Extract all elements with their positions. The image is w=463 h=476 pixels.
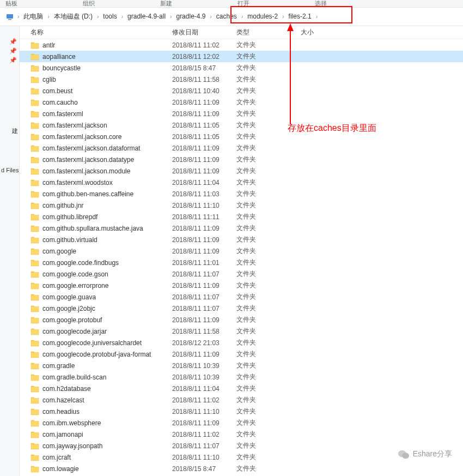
- file-row[interactable]: com.h2database2018/8/11 11:04文件夹: [20, 383, 463, 394]
- column-header-type[interactable]: 类型: [236, 28, 301, 37]
- file-row[interactable]: com.google.j2objc2018/8/11 11:07文件夹: [20, 303, 463, 314]
- file-row[interactable]: com.github.spullara.mustache.java2018/8/…: [20, 222, 463, 234]
- file-row[interactable]: com.headius2018/8/11 11:10文件夹: [20, 406, 463, 417]
- chevron-right-icon[interactable]: ›: [209, 14, 213, 20]
- watermark-text: Eshare分享: [413, 449, 452, 459]
- breadcrumb-item[interactable]: modules-2: [244, 13, 281, 20]
- file-row[interactable]: com.github.librepdf2018/8/11 11:11文件夹: [20, 211, 463, 222]
- folder-icon: [31, 236, 39, 244]
- sidebar-item-label[interactable]: 建: [0, 125, 19, 137]
- file-row[interactable]: aopalliance2018/8/11 12:02文件夹: [20, 51, 463, 62]
- file-date: 2018/8/11 11:11: [172, 213, 236, 221]
- breadcrumb[interactable]: › 此电脑›本地磁盘 (D:)›tools›gradle-4.9-all›gra…: [0, 8, 463, 26]
- file-row[interactable]: com.google.guava2018/8/11 11:07文件夹: [20, 291, 463, 303]
- file-row[interactable]: bouncycastle2018/8/15 8:47文件夹: [20, 62, 463, 74]
- file-name: cglib: [42, 76, 172, 83]
- chevron-right-icon[interactable]: ›: [281, 14, 285, 20]
- folder-icon: [31, 362, 39, 370]
- file-row[interactable]: com.google.code.findbugs2018/8/11 11:01文…: [20, 257, 463, 268]
- nav-sidebar[interactable]: 📌 📌 📌 建 d Files: [0, 26, 20, 476]
- file-row[interactable]: com.hazelcast2018/8/11 11:02文件夹: [20, 394, 463, 406]
- chevron-right-icon[interactable]: ›: [16, 14, 20, 20]
- breadcrumb-item[interactable]: 此电脑: [20, 13, 46, 20]
- toolbar-new[interactable]: 新建: [160, 0, 172, 8]
- file-type: 文件夹: [236, 361, 301, 370]
- file-row[interactable]: com.googlecode.jarjar2018/8/11 11:58文件夹: [20, 326, 463, 337]
- file-row[interactable]: com.github.jnr2018/8/11 11:10文件夹: [20, 200, 463, 211]
- file-name: com.jcraft: [42, 454, 172, 461]
- chevron-right-icon[interactable]: ›: [46, 14, 50, 20]
- file-type: 文件夹: [236, 384, 301, 393]
- file-type: 文件夹: [236, 235, 301, 244]
- file-name: com.fasterxml.jackson.dataformat: [42, 144, 172, 152]
- file-row[interactable]: com.jamonapi2018/8/11 11:02文件夹: [20, 429, 463, 440]
- file-row[interactable]: com.googlecode.juniversalchardet2018/8/1…: [20, 337, 463, 348]
- file-name: com.github.virtuald: [42, 236, 172, 244]
- file-row[interactable]: com.fasterxml.jackson.module2018/8/11 11…: [20, 165, 463, 177]
- file-name: com.gradle.build-scan: [42, 373, 172, 381]
- toolbar-open[interactable]: 打开: [237, 0, 249, 8]
- file-row[interactable]: com.ibm.websphere2018/8/11 11:09文件夹: [20, 417, 463, 429]
- file-row[interactable]: com.fasterxml.jackson.datatype2018/8/11 …: [20, 154, 463, 165]
- file-type: 文件夹: [236, 464, 301, 473]
- file-name: com.headius: [42, 408, 172, 415]
- file-name: com.google: [42, 248, 172, 255]
- file-row[interactable]: com.fasterxml.jackson.core2018/8/11 11:0…: [20, 131, 463, 142]
- toolbar-select[interactable]: 选择: [315, 0, 327, 8]
- pin-icon[interactable]: 📌: [0, 56, 19, 65]
- sidebar-item-label[interactable]: d Files: [0, 165, 19, 176]
- file-list[interactable]: antlr2018/8/11 11:02文件夹aopalliance2018/8…: [20, 39, 463, 474]
- file-row[interactable]: com.google.protobuf2018/8/11 11:09文件夹: [20, 314, 463, 326]
- breadcrumb-item[interactable]: caches: [213, 13, 240, 20]
- file-row[interactable]: com.beust2018/8/11 10:40文件夹: [20, 85, 463, 97]
- toolbar-top: 贴板 组织 新建 打开 选择: [0, 0, 463, 8]
- file-type: 文件夹: [236, 453, 301, 462]
- file-row[interactable]: com.fasterxml2018/8/11 11:09文件夹: [20, 108, 463, 119]
- file-name: com.fasterxml.jackson.module: [42, 167, 172, 175]
- breadcrumb-item[interactable]: gradle-4.9-all: [124, 13, 169, 20]
- computer-icon[interactable]: [5, 13, 14, 21]
- file-row[interactable]: com.github.virtuald2018/8/11 11:09文件夹: [20, 234, 463, 245]
- column-header-size[interactable]: 大小: [301, 28, 355, 37]
- pin-icon[interactable]: 📌: [0, 37, 19, 46]
- file-row[interactable]: com.google.code.gson2018/8/11 11:07文件夹: [20, 268, 463, 280]
- column-header-name[interactable]: 名称: [31, 28, 172, 37]
- breadcrumb-item[interactable]: files-2.1: [285, 13, 315, 20]
- chevron-right-icon[interactable]: ›: [315, 14, 319, 20]
- file-date: 2018/8/11 11:09: [172, 99, 236, 106]
- folder-icon: [31, 465, 39, 473]
- file-date: 2018/8/11 11:09: [172, 316, 236, 324]
- file-row[interactable]: antlr2018/8/11 11:02文件夹: [20, 39, 463, 51]
- file-type: 文件夹: [236, 132, 301, 141]
- file-row[interactable]: com.jayway.jsonpath2018/8/11 11:07文件夹: [20, 440, 463, 451]
- file-row[interactable]: com.fasterxml.woodstox2018/8/11 11:04文件夹: [20, 177, 463, 188]
- file-row[interactable]: com.caucho2018/8/11 11:09文件夹: [20, 97, 463, 108]
- file-row[interactable]: com.googlecode.protobuf-java-format2018/…: [20, 348, 463, 360]
- file-row[interactable]: com.fasterxml.jackson2018/8/11 11:05文件夹: [20, 119, 463, 131]
- folder-icon: [31, 202, 39, 209]
- columns-header[interactable]: 名称 修改日期 类型 大小: [20, 26, 463, 39]
- file-row[interactable]: com.fasterxml.jackson.dataformat2018/8/1…: [20, 142, 463, 154]
- file-date: 2018/8/11 12:02: [172, 53, 236, 61]
- file-type: 文件夹: [236, 98, 301, 107]
- pin-icon[interactable]: 📌: [0, 46, 19, 56]
- breadcrumb-item[interactable]: tools: [100, 13, 120, 20]
- folder-icon: [31, 431, 39, 438]
- file-row[interactable]: com.gradle.build-scan2018/8/11 10:39文件夹: [20, 371, 463, 383]
- file-type: 文件夹: [236, 372, 301, 382]
- file-row[interactable]: cglib2018/8/11 11:58文件夹: [20, 74, 463, 85]
- file-row[interactable]: com.gradle2018/8/11 10:39文件夹: [20, 360, 463, 371]
- file-row[interactable]: com.google.errorprone2018/8/11 11:09文件夹: [20, 280, 463, 291]
- breadcrumb-item[interactable]: gradle-4.9: [173, 13, 209, 20]
- file-row[interactable]: com.google2018/8/11 11:09文件夹: [20, 245, 463, 257]
- file-row[interactable]: com.jcraft2018/8/11 11:10文件夹: [20, 451, 463, 463]
- file-type: 文件夹: [236, 63, 301, 73]
- file-row[interactable]: com.github.ben-manes.caffeine2018/8/11 1…: [20, 188, 463, 200]
- file-date: 2018/8/12 21:03: [172, 339, 236, 347]
- file-row[interactable]: com.lowagie2018/8/15 8:47文件夹: [20, 463, 463, 474]
- column-header-date[interactable]: 修改日期: [172, 28, 236, 37]
- breadcrumb-item[interactable]: 本地磁盘 (D:): [51, 13, 96, 20]
- chevron-right-icon[interactable]: ›: [120, 14, 124, 20]
- toolbar-paste[interactable]: 贴板: [5, 0, 17, 8]
- toolbar-organize[interactable]: 组织: [83, 0, 95, 8]
